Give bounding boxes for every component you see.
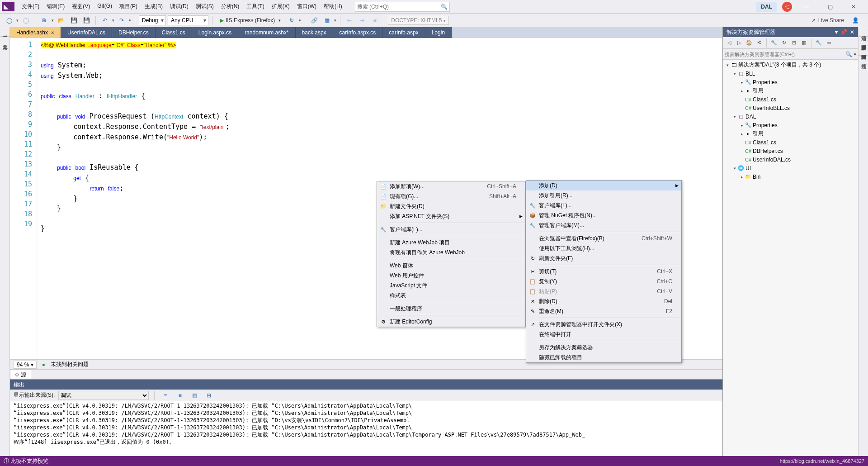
ctx-item[interactable]: 新建 Azure WebJob 项目 bbox=[377, 238, 525, 247]
fwd-icon[interactable]: ▷ bbox=[735, 38, 744, 48]
output-text[interactable]: “iisexpress.exe”(CLR v4.0.30319: /LM/W3S… bbox=[10, 401, 722, 456]
indent-icon[interactable]: ⇤ bbox=[344, 15, 355, 26]
nav-back-icon[interactable]: ◯ bbox=[4, 15, 14, 26]
menu-item[interactable]: 工具(T) bbox=[243, 1, 268, 12]
team-explorer-tab[interactable]: 团队资源管理器 bbox=[859, 46, 868, 56]
menu-item[interactable]: 测试(S) bbox=[192, 1, 217, 12]
toggle-icon[interactable]: ▦ bbox=[321, 15, 332, 26]
ctx-item[interactable]: 在终端中打开 bbox=[526, 329, 681, 339]
tree-item[interactable]: ▸▸引用 bbox=[723, 86, 858, 95]
ctx-item[interactable]: 隐藏已卸载的项目 bbox=[526, 352, 681, 362]
ctx-item[interactable]: ↻刷新文件夹(F) bbox=[526, 253, 681, 263]
save-all-icon[interactable]: 💾 bbox=[81, 15, 92, 26]
nav-fwd-icon[interactable]: ◯ bbox=[20, 15, 31, 26]
showall-icon[interactable]: ▦ bbox=[799, 38, 808, 48]
ctx-item[interactable]: 📄现有项(G)... Shift+Alt+A bbox=[377, 191, 525, 201]
ctx-item[interactable]: 另存为解决方案筛选器 bbox=[526, 342, 681, 352]
props-icon[interactable]: 🔧 bbox=[814, 38, 823, 48]
sync-icon[interactable]: ⟲ bbox=[755, 38, 764, 48]
home-icon[interactable]: 🏠 bbox=[745, 38, 754, 48]
document-tab[interactable]: randomnum.ashx* bbox=[238, 27, 295, 38]
solution-explorer-tab[interactable]: 解决方案资源管理器 bbox=[859, 37, 868, 46]
ctx-item[interactable]: Web 用户控件 bbox=[377, 271, 525, 281]
doctype-display[interactable]: DOCTYPE: XHTML5 ▾ bbox=[388, 16, 448, 25]
document-tab[interactable]: Class1.cs bbox=[156, 27, 192, 38]
project-dal[interactable]: ▾▢DAL bbox=[723, 112, 858, 121]
ctx-item[interactable]: 📁新建文件夹(D) bbox=[377, 201, 525, 211]
document-tab[interactable]: UserInfoDAL.cs bbox=[61, 27, 112, 38]
pending-icon[interactable]: 🔧 bbox=[769, 38, 778, 48]
run-button[interactable]: ▶IIS Express (Firefox)▾ bbox=[216, 16, 284, 24]
ctx-item[interactable]: 📋粘贴(P) Ctrl+V bbox=[526, 286, 681, 296]
solution-root[interactable]: ▾🗔解决方案"DAL"(3 个项目，共 3 个) bbox=[723, 61, 858, 69]
tree-item[interactable]: C#UserInfoDAL.cs bbox=[723, 155, 858, 164]
tree-item[interactable]: ▸📁Bin bbox=[723, 172, 858, 181]
ctx-item[interactable]: 使用以下工具浏览(H)... bbox=[526, 243, 681, 253]
tree-item[interactable]: ▸🔧Properties bbox=[723, 78, 858, 86]
ctx-item[interactable]: 🔧管理客户端库(M)... bbox=[526, 220, 681, 230]
menu-item[interactable]: 帮助(H) bbox=[320, 1, 346, 12]
panel-close-icon[interactable]: ✕ bbox=[850, 29, 854, 35]
ctx-item[interactable]: ✕删除(D) Del bbox=[526, 296, 681, 306]
ctx-item[interactable]: 📄添加新项(W)... Ctrl+Shift+A bbox=[377, 181, 525, 191]
out-icon-3[interactable]: ▦ bbox=[189, 390, 200, 401]
ctx-item[interactable]: 添加 ASP.NET 文件夹(S) ▶ bbox=[377, 211, 525, 221]
new-project-icon[interactable]: 🗎 bbox=[39, 15, 50, 26]
platform-dropdown[interactable]: Any CPU bbox=[168, 15, 208, 25]
search-input[interactable] bbox=[357, 4, 441, 10]
ctx-item[interactable]: 添加(D) ▶ bbox=[526, 181, 681, 190]
menu-item[interactable]: 分析(N) bbox=[217, 1, 243, 12]
project-ui[interactable]: ▾🌐UI bbox=[723, 164, 858, 172]
ctx-item[interactable]: JavaScript 文件 bbox=[377, 281, 525, 290]
menu-item[interactable]: 视图(V) bbox=[68, 1, 94, 12]
document-tab[interactable]: Handler.ashx✕ bbox=[10, 27, 61, 38]
collapse-icon[interactable]: ⊟ bbox=[789, 38, 798, 48]
ctx-item[interactable]: ⚙新建 EditorConfig bbox=[377, 317, 525, 327]
project-bll[interactable]: ▾▢BLL bbox=[723, 69, 858, 78]
document-tab[interactable]: carInfo.aspx bbox=[382, 27, 425, 38]
ctx-item[interactable]: 🔧客户端库(L)... bbox=[377, 224, 525, 234]
clear-output-icon[interactable]: ≣ bbox=[160, 390, 171, 401]
tree-item[interactable]: ▸🔧Properties bbox=[723, 121, 858, 129]
refresh-icon[interactable]: ↻ bbox=[779, 38, 788, 48]
properties-tab[interactable]: 属性 bbox=[859, 56, 868, 65]
panel-pin-icon[interactable]: 📌 bbox=[840, 29, 847, 35]
refresh-icon[interactable]: ↻ bbox=[286, 15, 297, 26]
browser-link-icon[interactable]: 🔗 bbox=[309, 15, 320, 26]
menu-item[interactable]: 调试(D) bbox=[166, 1, 192, 12]
solution-search-input[interactable] bbox=[725, 52, 845, 57]
source-view-tab[interactable]: ◇源 bbox=[10, 370, 31, 379]
ctx-item[interactable]: 在浏览器中查看(Firefox)(B) Ctrl+Shift+W bbox=[526, 233, 681, 243]
solution-tree[interactable]: ▾🗔解决方案"DAL"(3 个项目，共 3 个) ▾▢BLL ▸🔧Propert… bbox=[723, 60, 858, 456]
ctx-item[interactable]: 添加引用(R)... bbox=[526, 190, 681, 200]
ctx-item[interactable]: ✎重命名(M) F2 bbox=[526, 306, 681, 316]
document-tab[interactable]: carInfo.aspx.cs bbox=[333, 27, 383, 38]
ctx-item[interactable]: 样式表 bbox=[377, 290, 525, 300]
document-tab[interactable]: DBHelper.cs bbox=[112, 27, 156, 38]
menu-item[interactable]: 编辑(E) bbox=[43, 1, 68, 12]
ctx-item[interactable]: 📦管理 NuGet 程序包(N)... bbox=[526, 210, 681, 220]
server-explorer-tab[interactable]: 服务器资源管理器 bbox=[0, 27, 9, 37]
document-tab[interactable]: Login.aspx.cs bbox=[192, 27, 238, 38]
ctx-item[interactable]: 一般处理程序 bbox=[377, 304, 525, 314]
tree-item[interactable]: C#Class1.cs bbox=[723, 95, 858, 104]
out-icon-4[interactable]: ⊟ bbox=[203, 390, 214, 401]
ctx-item[interactable]: 将现有项目作为 Azure WebJob bbox=[377, 247, 525, 257]
menu-item[interactable]: 窗口(W) bbox=[293, 1, 320, 12]
back-icon[interactable]: ◁ bbox=[725, 38, 734, 48]
menu-item[interactable]: 扩展(X) bbox=[268, 1, 293, 12]
toggle-wrap-icon[interactable]: ≡ bbox=[175, 390, 185, 401]
open-icon[interactable]: 📂 bbox=[56, 15, 66, 26]
menu-item[interactable]: 文件(F) bbox=[18, 1, 43, 12]
menu-item[interactable]: Git(G) bbox=[94, 1, 116, 12]
menu-item[interactable]: 生成(B) bbox=[141, 1, 166, 12]
notifications-tab[interactable]: 通知 bbox=[859, 27, 868, 37]
maximize-button[interactable]: ▢ bbox=[821, 1, 839, 12]
minimize-button[interactable]: — bbox=[797, 1, 816, 12]
redo-icon[interactable]: ↷ bbox=[116, 15, 127, 26]
ctx-item[interactable]: Web 窗体 bbox=[377, 261, 525, 271]
save-icon[interactable]: 💾 bbox=[68, 15, 79, 26]
document-tab[interactable]: back.aspx bbox=[296, 27, 333, 38]
global-search[interactable]: 🔍 bbox=[355, 2, 450, 12]
config-dropdown[interactable]: Debug bbox=[139, 15, 166, 25]
